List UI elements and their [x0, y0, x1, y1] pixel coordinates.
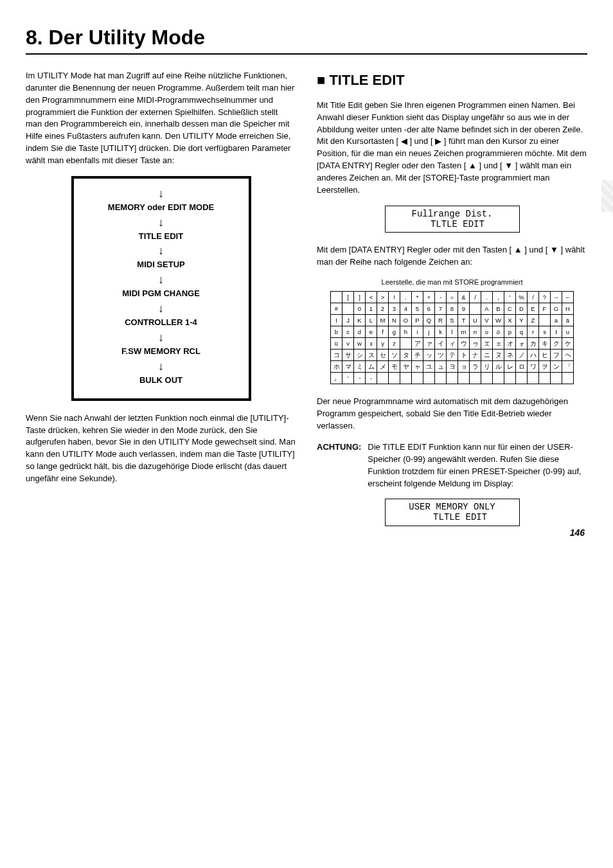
char-cell: r [528, 326, 539, 338]
char-cell: u [562, 326, 574, 338]
intro-paragraph: Im UTILITY Mode hat man Zugriff auf eine… [26, 70, 296, 167]
attention-text: Die TITLE EDIT Funktion kann nur für ein… [365, 441, 587, 490]
char-cell: ・ [354, 373, 366, 384]
char-cell: ョ [458, 361, 470, 373]
char-cell: b [331, 326, 342, 338]
char-cell: ! [389, 292, 400, 303]
arrow-down-icon: ↓ [158, 245, 164, 256]
char-cell: ッ [423, 350, 435, 361]
section-heading: TITLE EDIT [317, 70, 587, 91]
arrow-down-icon: ↓ [158, 360, 164, 372]
char-cell: タ [400, 350, 412, 361]
char-cell [447, 373, 458, 384]
char-cell: J [342, 315, 354, 326]
char-cell [470, 303, 481, 315]
char-cell: X [504, 315, 516, 326]
char-cell: M [377, 315, 389, 326]
char-cell: ツ [435, 350, 447, 361]
char-cell: ヘ [562, 350, 574, 361]
char-cell: % [516, 292, 528, 303]
char-cell: U [470, 315, 481, 326]
char-cell: / [470, 292, 481, 303]
char-cell: エ [481, 338, 493, 350]
char-cell: 6 [423, 303, 435, 315]
char-cell: f [377, 326, 389, 338]
char-cell: . [481, 292, 493, 303]
char-cell: m [458, 326, 470, 338]
char-cell [331, 292, 342, 303]
char-cell: R [435, 315, 447, 326]
char-cell [504, 373, 516, 384]
attention-note: ACHTUNG: Die TITLE EDIT Funktion kann nu… [317, 441, 587, 490]
char-cell: A [481, 303, 493, 315]
char-cell: ウ [458, 338, 470, 350]
char-cell: ヒ [539, 350, 551, 361]
char-cell: > [377, 292, 389, 303]
char-cell: 8 [447, 303, 458, 315]
char-cell: w [354, 338, 366, 350]
char-cell: ü [331, 338, 342, 350]
char-cell: O [400, 315, 412, 326]
char-cell: + [423, 292, 435, 303]
flow-step: F.SW MEMORY RCL [121, 346, 200, 358]
lcd-display-2: USER MEMORY ONLY TLTLE EDIT [385, 499, 520, 526]
page-title: 8. Der Utility Mode [26, 26, 587, 49]
char-cell: p [504, 326, 516, 338]
char-cell: ク [551, 338, 562, 350]
char-cell: ュ [435, 361, 447, 373]
char-cell: ア [412, 338, 423, 350]
char-cell [539, 373, 551, 384]
char-cell: ム [366, 361, 377, 373]
flow-step: BULK OUT [139, 375, 182, 387]
char-cell: v [342, 338, 354, 350]
two-column-layout: Im UTILITY Mode hat man Zugriff auf eine… [26, 70, 587, 538]
char-cell: d [354, 326, 366, 338]
char-cell: T [458, 315, 470, 326]
char-cell [435, 373, 447, 384]
char-cell [412, 373, 423, 384]
char-cell: H [562, 303, 574, 315]
char-cell [423, 373, 435, 384]
char-cell: ロ [516, 361, 528, 373]
char-cell: j [423, 326, 435, 338]
char-cell: x [366, 338, 377, 350]
char-cell: カ [528, 338, 539, 350]
char-cell: ネ [504, 350, 516, 361]
char-cell: C [504, 303, 516, 315]
char-cell: g [389, 326, 400, 338]
title-edit-p3: Der neue Programmname wird automatisch m… [317, 396, 587, 432]
char-cell: ö [493, 326, 504, 338]
char-cell: キ [539, 338, 551, 350]
flow-step: CONTROLLER 1-4 [125, 317, 197, 329]
char-cell: N [389, 315, 400, 326]
char-cell [493, 373, 504, 384]
char-cell: ← [562, 292, 574, 303]
char-cell: k [435, 326, 447, 338]
char-cell: ナ [470, 350, 481, 361]
arrow-down-icon: ↓ [158, 274, 164, 285]
char-cell [389, 373, 400, 384]
char-cell: 7 [435, 303, 447, 315]
char-cell: [ [342, 292, 354, 303]
char-cell: イ [435, 338, 447, 350]
char-cell: ソ [389, 350, 400, 361]
char-cell: L [366, 315, 377, 326]
char-cell: ケ [562, 338, 574, 350]
char-cell: h [400, 326, 412, 338]
char-cell: 2 [377, 303, 389, 315]
char-cell: B [493, 303, 504, 315]
char-cell: Q [423, 315, 435, 326]
char-cell: e [366, 326, 377, 338]
char-cell: レ [504, 361, 516, 373]
char-cell: ' [342, 373, 354, 384]
char-cell: W [493, 315, 504, 326]
char-cell: V [481, 315, 493, 326]
title-edit-p2: Mit dem [DATA ENTRY] Regler oder mit den… [317, 244, 587, 269]
char-cell: ォ [516, 338, 528, 350]
char-cell: n [470, 326, 481, 338]
char-cell: q [516, 326, 528, 338]
char-cell: l [447, 326, 458, 338]
char-cell: ス [366, 350, 377, 361]
char-cell: y [377, 338, 389, 350]
char-cell: D [516, 303, 528, 315]
